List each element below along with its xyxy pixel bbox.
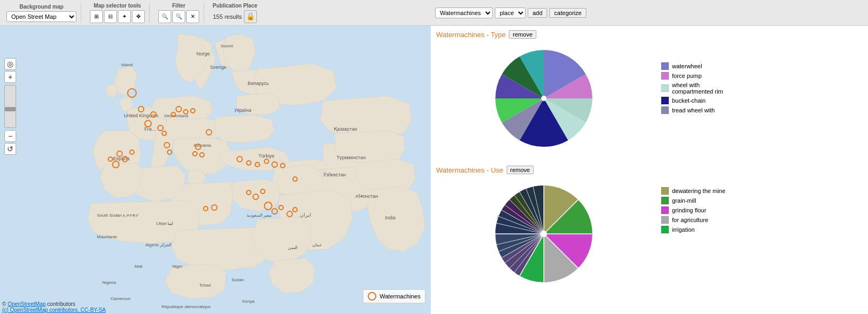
svg-text:Fra...: Fra...	[144, 126, 156, 132]
map-svg: United Kingdom Deutschland Fra... España…	[0, 26, 431, 314]
grinding-label: grinding flour	[672, 207, 706, 213]
svg-text:مصر السعودية: مصر السعودية	[247, 213, 271, 218]
filter-section: Filter 🔍 🔍 ✕	[154, 2, 204, 23]
filter-btn-magnify[interactable]: 🔍	[158, 10, 171, 23]
map-legend-label: Watermachines	[380, 293, 421, 299]
right-toolbar: Watermachines place add categorize	[431, 0, 868, 26]
tool-btn-1[interactable]: ⊞	[90, 10, 103, 23]
dewater-color	[661, 187, 669, 195]
svg-text:Libya ليبيا: Libya ليبيا	[156, 221, 173, 226]
chart2-pie	[487, 177, 600, 290]
right-panel: Watermachines place add categorize Water…	[431, 0, 868, 314]
map-tools: ⊞ ⊟ ✦ ✥	[90, 10, 145, 23]
tool-btn-4[interactable]: ✥	[132, 10, 145, 23]
svg-text:Afғонстан: Afғонстан	[355, 194, 378, 199]
chart1-title: Watermachines - Type	[436, 31, 506, 39]
legend2-section: dewatering the mine grain-mill grinding …	[661, 187, 864, 236]
agriculture-color	[661, 216, 669, 224]
svg-point-72	[541, 96, 547, 101]
legend2-item-grinding: grinding flour	[661, 206, 864, 214]
waterwheel-label: waterwheel	[672, 63, 702, 69]
svg-text:Sverige: Sverige	[210, 65, 227, 70]
watermachines-select[interactable]: Watermachines	[435, 8, 493, 18]
zoom-out-button[interactable]: −	[4, 130, 16, 142]
grainmill-label: grain-mill	[672, 197, 696, 204]
legend-circle-icon	[368, 292, 376, 301]
chart1-section: Watermachines - Type remove	[431, 26, 657, 161]
map-footer: © OpenStreetMap contributors (c) OpenStr…	[2, 301, 106, 313]
charts-panel: Watermachines - Type remove	[431, 26, 657, 314]
irrigation-label: irrigation	[672, 226, 695, 233]
wheelwith-label: wheel withcompartmented rim	[672, 82, 723, 95]
svg-text:Niger: Niger	[172, 264, 183, 269]
right-main: Watermachines - Type remove	[431, 26, 868, 314]
svg-text:India: India	[385, 215, 396, 220]
svg-text:République démocratique: République démocratique	[162, 304, 211, 309]
categorize-button[interactable]: categorize	[549, 8, 586, 18]
osm-license-link[interactable]: (c) OpenStreetMap contributors, CC-BY-SA	[2, 307, 106, 313]
svg-text:Suomi: Suomi	[221, 44, 233, 48]
chart2-pie-container	[436, 177, 652, 290]
svg-text:Mauritanie: Mauritanie	[97, 234, 117, 239]
svg-text:Tchad: Tchad	[199, 283, 211, 288]
filter-btn-magnify2[interactable]: 🔍	[172, 10, 185, 23]
toolbar: Background map Open Street Map Satellite…	[0, 0, 431, 26]
legend2-item-irrigation: irrigation	[661, 226, 864, 233]
chart2-section: Watermachines - Use remove	[431, 161, 657, 297]
chart1-title-row: Watermachines - Type remove	[436, 30, 652, 39]
osm-link[interactable]: OpenStreetMap	[8, 301, 46, 307]
svg-text:România: România	[194, 143, 212, 148]
svg-text:اليمن: اليمن	[288, 245, 297, 250]
svg-point-95	[541, 231, 547, 237]
forcepump-label: force pump	[672, 73, 702, 79]
svg-text:ایران: ایران	[300, 212, 311, 218]
tread-color	[661, 106, 669, 114]
gps-button[interactable]: ◎	[4, 58, 16, 70]
map-selector-select: Open Street Map Satellite Terrain	[6, 11, 76, 22]
filter-tools: 🔍 🔍 ✕	[158, 10, 199, 23]
svg-text:Algérie الجزائر: Algérie الجزائر	[145, 242, 171, 247]
reset-button[interactable]: ↺	[4, 143, 16, 155]
attribution-text: contributors	[47, 301, 75, 307]
zoom-slider-handle	[5, 107, 16, 111]
chart1-remove-btn[interactable]: remove	[509, 30, 536, 39]
lock-button[interactable]: 🔒	[244, 10, 257, 23]
svg-text:Cameroun: Cameroun	[110, 296, 130, 301]
tool-btn-2[interactable]: ⊟	[104, 10, 117, 23]
forcepump-color	[661, 72, 669, 80]
place-select[interactable]: place	[495, 8, 526, 18]
legend1-item-tread: tread wheel with	[661, 106, 864, 114]
legend1-item-forcepump: force pump	[661, 72, 864, 80]
legend2-item-grainmill: grain-mill	[661, 197, 864, 204]
map-panel: Background map Open Street Map Satellite…	[0, 0, 431, 314]
legend2-item-agriculture: for agriculture	[661, 216, 864, 224]
zoom-slider[interactable]	[4, 85, 16, 128]
map-controls: ◎ + − ↺	[4, 58, 16, 155]
background-map-label: Background map	[19, 4, 64, 10]
agriculture-label: for agriculture	[672, 217, 708, 223]
svg-text:Mali: Mali	[135, 264, 143, 269]
legend1-item-wheelwith: wheel withcompartmented rim	[661, 82, 864, 95]
publication-section: Publication Place 155 results 🔒	[208, 2, 262, 23]
svg-text:Түркменстан: Түркменстан	[337, 155, 366, 160]
add-button[interactable]: add	[528, 8, 547, 18]
map-container[interactable]: United Kingdom Deutschland Fra... España…	[0, 26, 431, 314]
legend-panel: waterwheel force pump wheel withcompartm…	[657, 26, 868, 314]
chart2-remove-btn[interactable]: remove	[507, 166, 534, 174]
zoom-in-button[interactable]: +	[4, 71, 16, 83]
wheelwith-color	[661, 84, 669, 92]
legend1-item-waterwheel: waterwheel	[661, 62, 864, 70]
map-type-select[interactable]: Open Street Map Satellite Terrain	[6, 11, 76, 22]
map-legend: Watermachines	[363, 289, 425, 303]
filter-btn-close[interactable]: ✕	[186, 10, 199, 23]
filter-label: Filter	[172, 3, 185, 9]
dewater-label: dewatering the mine	[672, 188, 725, 194]
legend1-item-buckchain: bucket-chain	[661, 97, 864, 104]
svg-text:Sudan: Sudan	[232, 277, 244, 282]
tool-btn-3[interactable]: ✦	[118, 10, 131, 23]
tread-label: tread wheel with	[672, 107, 715, 113]
chart1-pie	[487, 42, 600, 155]
map-selector-tools-label: Map selector tools	[94, 3, 141, 9]
svg-text:عمان: عمان	[312, 242, 322, 247]
map-selector-tools-section: Map selector tools ⊞ ⊟ ✦ ✥	[86, 2, 150, 23]
